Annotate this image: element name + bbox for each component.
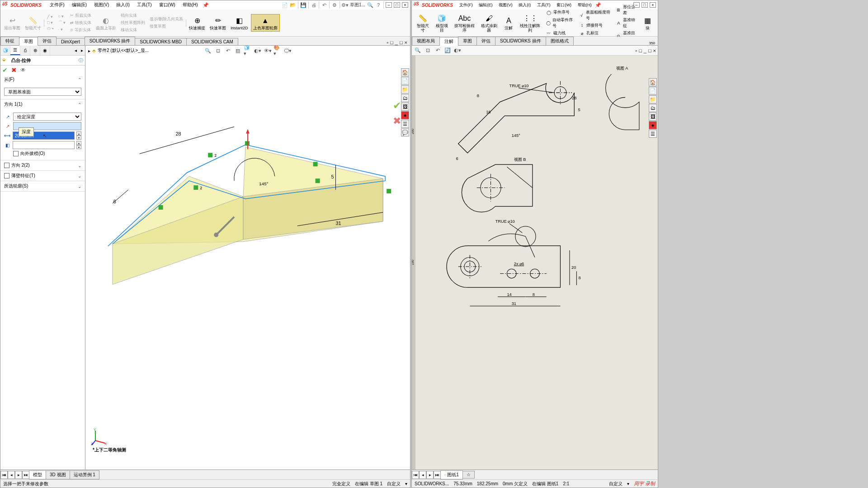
rclose-button[interactable]: × [650,2,656,8]
close-button[interactable]: × [402,2,408,8]
proptab-display[interactable]: ⊕ [30,46,40,55]
btm-first[interactable]: ⏮ [0,471,8,479]
r-model-items[interactable]: 🧊模型项目 [433,12,451,34]
pin-icon[interactable]: 📌 [203,2,209,8]
rmenu-window[interactable]: 窗口(W) [555,1,573,9]
rdoc-max[interactable]: □ [648,48,651,53]
proptab-feature-tree[interactable]: 🧊 [0,46,10,55]
minimize-button[interactable]: – [386,2,392,8]
section-from-header[interactable]: 从(F)⌃ [0,75,85,84]
rmenu-view[interactable]: 视图(V) [497,1,514,9]
quick-snap-button[interactable]: ⊕快速捕捉 [187,14,207,32]
options-icon[interactable]: ⚙ [331,2,338,8]
menu-window[interactable]: 窗口(W) [157,1,177,9]
proptab-property[interactable]: ☰ [10,46,20,55]
rmax-button[interactable]: □ [642,2,648,8]
hide-show-icon[interactable]: 👁▾ [264,47,272,55]
menu-edit[interactable]: 编辑(E) [70,1,89,9]
model-viewport[interactable]: ▸ ⬘ 零件2 (默认<<默认>_显... 🔍 ⊡ ↶ ▨ 🧊▾ ◐▾ 👁▾ 🎨… [85,46,410,469]
rdoc-close[interactable]: × [653,48,656,53]
display-style-icon[interactable]: ◐▾ [254,47,262,55]
confirm-cancel-icon[interactable]: ✖ [393,115,401,127]
rtab-eval[interactable]: 评估 [476,37,495,45]
r-note[interactable]: A注解 [500,14,517,32]
r-zoom-area[interactable]: ⊡ [424,47,432,55]
quick-sketch-button[interactable]: ✏快速草图 [208,14,228,32]
prop-nav-prev[interactable]: ◂ [72,46,79,55]
section-dir2-header[interactable]: 方向 2(2) ⌄ [0,160,85,170]
draft-icon[interactable]: ◧ [4,141,11,149]
r-rotate[interactable]: 🔄 [443,47,452,55]
tab-features[interactable]: 特征 [0,37,19,45]
menu-insert[interactable]: 插入(I) [114,1,131,9]
r-prev-view[interactable]: ↶ [434,47,442,55]
pin-icon-right[interactable]: 📌 [595,2,601,8]
open-icon[interactable]: 📂 [290,2,296,8]
apply-scene-icon[interactable]: 🖵▾ [283,47,292,55]
depth-up[interactable]: ▴ [76,131,81,136]
tab-sw-cam[interactable]: SOLIDWORKS CAM [186,38,238,45]
section-thin-header[interactable]: 薄壁特征(T) ⌄ [0,171,85,181]
rtab-addins[interactable]: SOLIDWORKS 插件 [495,37,546,45]
shaded-sketch-button[interactable]: ▲上色草图轮廓 [251,14,280,32]
menu-tools[interactable]: 工具(T) [135,1,154,9]
menu-view[interactable]: 视图(V) [92,1,111,9]
section-contour-header[interactable]: 所选轮廓(S)⌄ [0,181,85,191]
rdoc-min2[interactable]: _ [644,48,646,53]
btm-tab-model[interactable]: 模型 [29,470,46,479]
doc-min-icon[interactable]: _ [395,40,398,45]
r-format-painter[interactable]: 🖌格式涂刷器 [478,12,500,34]
search-icon[interactable]: 🔍 [367,2,373,8]
rmenu-help[interactable]: 帮助(H) [576,1,594,9]
cancel-button[interactable]: ✖ [11,66,17,74]
proptab-appearance[interactable]: ◉ [40,46,50,55]
rmenu-insert[interactable]: 插入(I) [517,1,533,9]
view-orient-icon[interactable]: 🧊▾ [244,47,252,55]
rtab-annot[interactable]: 注解 [439,37,458,46]
confirm-ok-icon[interactable]: ✔ [393,100,401,112]
drawing-viewport[interactable]: 200 100 🏠 📄 📁 🗂 🖼 ● ☰ TRUE ⌀10 [412,56,658,469]
rsheet-tab[interactable]: ▫ 图纸1 [440,470,463,479]
status-unit-icon[interactable]: ▾ [405,481,407,486]
save-icon[interactable]: 💾 [300,2,307,8]
tab-dimxpert[interactable]: DimXpert [56,38,85,45]
prop-help-icon[interactable]: ⓘ [79,57,83,64]
breadcrumb[interactable]: ▸ ⬘ 零件2 (默认<<默认>_显... [88,47,149,54]
depth-down[interactable]: ▾ [76,136,81,140]
instant2d-button[interactable]: ◧Instant2D [229,14,250,32]
zoom-area-icon[interactable]: ⊡ [214,47,222,55]
draft-angle-input[interactable] [13,141,75,149]
tab-sketch[interactable]: 草图 [19,37,38,46]
doc-restore-icon[interactable]: □ [390,40,393,45]
doc-close-icon[interactable]: × [405,40,407,45]
btm-tab-motion[interactable]: 运动算例 1 [70,470,99,479]
prop-nav-next[interactable]: ▸ [79,46,85,55]
rmenu-tools[interactable]: 工具(T) [535,1,552,9]
r-block[interactable]: ▦块 [640,14,656,32]
tab-sw-mbd[interactable]: SOLIDWORKS MBD [135,38,187,45]
r-spellcheck[interactable]: Abc拼写检验程序 [452,12,477,34]
btm-tab-3dview[interactable]: 3D 视图 [46,470,70,479]
rdoc-min[interactable]: ▫ [635,48,637,53]
r-style[interactable]: ◐▾ [453,47,462,55]
undo-icon[interactable]: ↶ [321,2,327,8]
btm-last[interactable]: ⏭ [22,471,29,479]
menu-help[interactable]: 帮助(H) [181,1,200,9]
doc-max-icon[interactable]: □ [400,40,403,45]
preview-button[interactable]: 👁 [20,67,26,73]
section-dir1-header[interactable]: 方向 1(1)⌃ [0,99,85,109]
prev-view-icon[interactable]: ↶ [224,47,232,55]
from-plane-select[interactable]: 草图基准面 [4,88,81,96]
dir-axis-icon[interactable]: ↗ [4,122,11,130]
doc-minimize-icon[interactable]: ▫ [387,40,388,45]
gear-icon[interactable]: ⚙▾ [342,2,348,8]
btm-next[interactable]: ▸ [15,471,22,479]
rdoc-rest[interactable]: □ [639,48,642,53]
rmenu-edit[interactable]: 编辑(E) [477,1,494,9]
proptab-config[interactable]: ⎙ [20,46,30,55]
print-icon[interactable]: 🖨 [311,2,317,8]
zoom-fit-icon[interactable]: 🔍 [204,47,212,55]
rtab-sheetfmt[interactable]: 图纸格式 [546,37,574,45]
reverse-dir-icon[interactable]: ↗ [4,113,11,120]
edit-appear-icon[interactable]: 🎨▾ [274,47,282,55]
